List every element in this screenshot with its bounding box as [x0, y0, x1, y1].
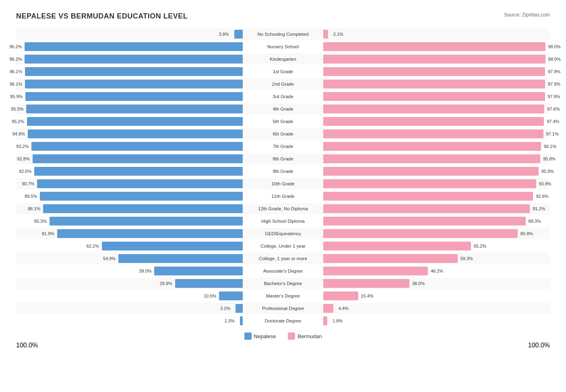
bar-row: 85.3%High School Diploma89.3%	[16, 215, 550, 227]
left-section: 95.5%	[16, 103, 243, 115]
right-section: 98.0%	[323, 41, 550, 52]
pink-bar: 97.4%	[323, 117, 544, 126]
bar-row: 10.5%Master's Degree15.4%	[16, 290, 550, 302]
bar-row: 39.0%Associate's Degree46.2%	[16, 265, 550, 277]
left-section: 88.1%	[16, 203, 243, 214]
pink-bar: 97.6%	[323, 105, 544, 113]
right-section: 98.0%	[323, 53, 550, 65]
left-section: 54.9%	[16, 253, 243, 264]
left-section: 92.0%	[16, 166, 243, 177]
bar-row: 94.9%6th Grade97.1%	[16, 128, 550, 140]
left-bar-value: 29.9%	[160, 281, 172, 286]
bar-row: 62.2%College, Under 1 year65.2%	[16, 240, 550, 252]
pink-bar: 95.0%	[323, 167, 539, 176]
blue-bar: 96.1%	[25, 67, 243, 76]
axis-right: 100.0%	[528, 342, 550, 349]
source-label: Source: ZipAtlas.com	[504, 12, 550, 18]
pink-bar: 97.9%	[323, 67, 545, 76]
blue-bar: 81.9%	[57, 229, 243, 238]
bar-row: 3.2%Professional Degree4.4%	[16, 303, 550, 314]
row-center-label: Kindergarten	[243, 57, 323, 62]
right-bar-value: 89.3%	[529, 219, 541, 224]
row-center-label: Master's Degree	[243, 293, 323, 298]
pink-bar: 85.8%	[323, 229, 518, 238]
row-center-label: College, Under 1 year	[243, 244, 323, 248]
left-section: 62.2%	[16, 240, 243, 252]
bar-row: 89.5%11th Grade92.6%	[16, 191, 550, 202]
right-section: 97.6%	[323, 103, 550, 115]
right-section: 97.9%	[323, 78, 550, 90]
left-bar-value: 94.9%	[12, 131, 25, 136]
right-bar-value: 97.1%	[546, 131, 558, 136]
blue-bar: 96.2%	[25, 55, 243, 64]
left-bar-value: 89.5%	[25, 194, 37, 199]
right-section: 95.8%	[323, 153, 550, 164]
right-bar-value: 38.0%	[412, 281, 425, 286]
axis-labels: 100.0% 100.0%	[16, 342, 550, 349]
left-section: 89.5%	[16, 191, 243, 202]
bar-row: 95.9%3rd Grade97.8%	[16, 91, 550, 102]
right-bar-value: 97.8%	[547, 94, 560, 99]
axis-left: 100.0%	[16, 342, 38, 349]
right-section: 93.9%	[323, 178, 550, 189]
left-bar-value: 1.3%	[225, 318, 235, 323]
right-bar-value: 97.9%	[548, 82, 560, 86]
left-bar-value: 62.2%	[87, 244, 99, 248]
pink-bar: 98.0%	[323, 42, 545, 51]
blue-bar: 90.7%	[37, 179, 243, 188]
row-center-label: Professional Degree	[243, 306, 323, 311]
left-section: 96.1%	[16, 66, 243, 77]
blue-bar: 92.8%	[33, 154, 243, 163]
right-bar-value: 1.8%	[333, 318, 343, 323]
pink-bar: 59.3%	[323, 254, 458, 263]
left-bar-value: 95.2%	[12, 119, 24, 124]
right-bar-value: 65.2%	[474, 244, 486, 248]
right-section: 97.1%	[323, 128, 550, 140]
right-bar-value: 96.1%	[544, 144, 556, 149]
row-center-label: High School Diploma	[243, 219, 323, 224]
right-section: 95.0%	[323, 166, 550, 177]
left-bar-value: 92.8%	[17, 156, 30, 161]
bar-row: 92.0%9th Grade95.0%	[16, 166, 550, 177]
bar-row: 92.8%8th Grade95.8%	[16, 153, 550, 164]
bar-row: 95.5%4th Grade97.6%	[16, 103, 550, 115]
right-section: 97.4%	[323, 116, 550, 127]
row-center-label: 8th Grade	[243, 156, 323, 161]
left-section: 96.2%	[16, 41, 243, 52]
row-center-label: 9th Grade	[243, 169, 323, 174]
row-center-label: 4th Grade	[243, 107, 323, 111]
pink-bar: 65.2%	[323, 242, 471, 250]
left-section: 3.2%	[16, 303, 243, 314]
row-center-label: No Schooling Completed	[243, 32, 323, 37]
right-section: 4.4%	[323, 303, 550, 314]
pink-bar: 38.0%	[323, 279, 409, 288]
blue-bar: 96.2%	[25, 42, 243, 51]
left-bar-value: 85.3%	[34, 219, 47, 224]
left-bar-value: 90.7%	[22, 181, 34, 186]
bermudan-label: Bermudan	[297, 333, 322, 339]
right-bar-value: 4.4%	[339, 306, 349, 311]
right-section: 59.3%	[323, 253, 550, 264]
bar-row: 88.1%12th Grade, No Diploma91.2%	[16, 203, 550, 214]
pink-bar: 98.0%	[323, 55, 545, 64]
right-bar-value: 98.0%	[548, 57, 561, 62]
right-section: 46.2%	[323, 265, 550, 277]
row-center-label: 3rd Grade	[243, 94, 323, 99]
right-section: 96.1%	[323, 141, 550, 152]
right-bar-value: 92.6%	[536, 194, 548, 199]
right-bar-value: 93.9%	[539, 181, 551, 186]
left-bar-value: 88.1%	[28, 206, 40, 211]
blue-bar: 95.2%	[27, 117, 243, 126]
nepalese-label: Nepalese	[254, 333, 276, 339]
right-bar-value: 97.9%	[548, 69, 560, 74]
bar-row: 3.8%No Schooling Completed2.1%	[16, 29, 550, 40]
blue-bar: 39.0%	[154, 267, 243, 275]
bar-row: 95.2%5th Grade97.4%	[16, 116, 550, 127]
blue-bar: 92.0%	[34, 167, 243, 176]
row-center-label: 6th Grade	[243, 131, 323, 136]
left-bar-value: 95.5%	[11, 107, 23, 111]
pink-bar: 46.2%	[323, 267, 428, 275]
left-section: 95.2%	[16, 116, 243, 127]
right-section: 97.9%	[323, 66, 550, 77]
right-bar-value: 97.4%	[547, 119, 559, 124]
